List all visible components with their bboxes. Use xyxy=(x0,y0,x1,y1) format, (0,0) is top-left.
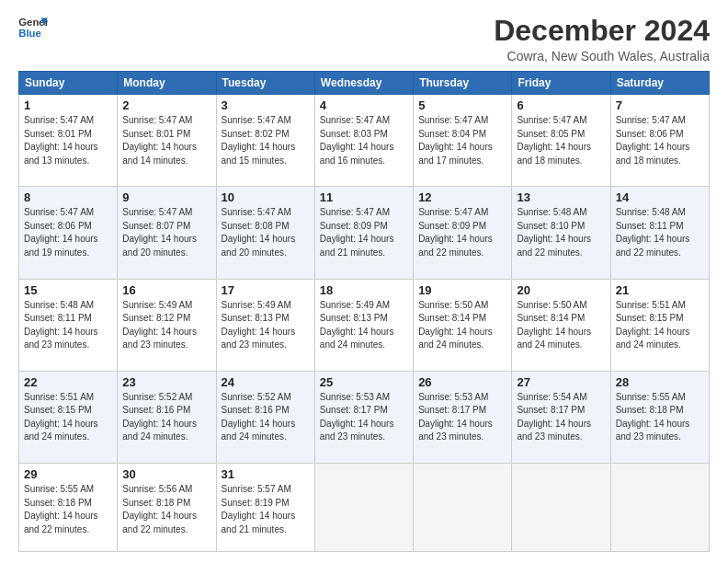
calendar-cell: 25Sunrise: 5:53 AMSunset: 8:17 PMDayligh… xyxy=(314,371,413,463)
day-number: 25 xyxy=(320,375,408,389)
day-info: Sunrise: 5:53 AMSunset: 8:17 PMDaylight:… xyxy=(418,391,506,444)
day-number: 31 xyxy=(222,467,310,481)
calendar-cell: 8Sunrise: 5:47 AMSunset: 8:06 PMDaylight… xyxy=(19,187,118,279)
day-number: 1 xyxy=(24,98,112,112)
col-header-friday: Friday xyxy=(512,72,610,95)
calendar-cell: 28Sunrise: 5:55 AMSunset: 8:18 PMDayligh… xyxy=(610,371,709,463)
day-info: Sunrise: 5:57 AMSunset: 8:19 PMDaylight:… xyxy=(222,483,310,536)
calendar-cell: 13Sunrise: 5:48 AMSunset: 8:10 PMDayligh… xyxy=(512,187,610,279)
day-number: 10 xyxy=(222,190,310,204)
day-number: 23 xyxy=(122,375,210,389)
header: General Blue December 2024 Cowra, New So… xyxy=(18,15,710,63)
day-info: Sunrise: 5:49 AMSunset: 8:13 PMDaylight:… xyxy=(320,299,408,352)
logo: General Blue xyxy=(18,15,48,40)
page: General Blue December 2024 Cowra, New So… xyxy=(0,0,728,563)
day-number: 3 xyxy=(222,98,310,112)
calendar-cell: 27Sunrise: 5:54 AMSunset: 8:17 PMDayligh… xyxy=(512,371,610,463)
day-info: Sunrise: 5:52 AMSunset: 8:16 PMDaylight:… xyxy=(122,391,210,444)
calendar-cell: 11Sunrise: 5:47 AMSunset: 8:09 PMDayligh… xyxy=(314,187,413,279)
calendar-cell: 6Sunrise: 5:47 AMSunset: 8:05 PMDaylight… xyxy=(512,95,610,187)
calendar-table: SundayMondayTuesdayWednesdayThursdayFrid… xyxy=(18,71,710,552)
day-info: Sunrise: 5:49 AMSunset: 8:12 PMDaylight:… xyxy=(122,299,210,352)
day-number: 28 xyxy=(616,375,704,389)
day-info: Sunrise: 5:47 AMSunset: 8:04 PMDaylight:… xyxy=(418,114,506,167)
calendar-cell: 29Sunrise: 5:55 AMSunset: 8:18 PMDayligh… xyxy=(19,464,118,552)
col-header-thursday: Thursday xyxy=(414,72,512,95)
day-info: Sunrise: 5:47 AMSunset: 8:09 PMDaylight:… xyxy=(320,206,408,259)
day-number: 6 xyxy=(517,98,605,112)
day-number: 19 xyxy=(418,283,506,297)
day-info: Sunrise: 5:47 AMSunset: 8:06 PMDaylight:… xyxy=(24,206,112,259)
day-number: 11 xyxy=(320,190,408,204)
calendar-cell: 31Sunrise: 5:57 AMSunset: 8:19 PMDayligh… xyxy=(216,464,314,552)
col-header-wednesday: Wednesday xyxy=(314,72,413,95)
col-header-tuesday: Tuesday xyxy=(216,72,314,95)
calendar-cell: 24Sunrise: 5:52 AMSunset: 8:16 PMDayligh… xyxy=(216,371,314,463)
day-number: 9 xyxy=(122,190,210,204)
calendar-cell: 17Sunrise: 5:49 AMSunset: 8:13 PMDayligh… xyxy=(216,279,314,371)
calendar-cell xyxy=(314,464,413,552)
calendar-cell: 19Sunrise: 5:50 AMSunset: 8:14 PMDayligh… xyxy=(414,279,512,371)
calendar-cell: 10Sunrise: 5:47 AMSunset: 8:08 PMDayligh… xyxy=(216,187,314,279)
day-info: Sunrise: 5:48 AMSunset: 8:10 PMDaylight:… xyxy=(517,206,605,259)
calendar-cell: 4Sunrise: 5:47 AMSunset: 8:03 PMDaylight… xyxy=(314,95,413,187)
day-info: Sunrise: 5:49 AMSunset: 8:13 PMDaylight:… xyxy=(222,299,310,352)
day-info: Sunrise: 5:47 AMSunset: 8:07 PMDaylight:… xyxy=(122,206,210,259)
svg-text:Blue: Blue xyxy=(18,28,41,39)
day-info: Sunrise: 5:47 AMSunset: 8:06 PMDaylight:… xyxy=(616,114,704,167)
day-info: Sunrise: 5:48 AMSunset: 8:11 PMDaylight:… xyxy=(24,299,112,352)
day-number: 26 xyxy=(418,375,506,389)
calendar-cell xyxy=(414,464,512,552)
day-info: Sunrise: 5:47 AMSunset: 8:02 PMDaylight:… xyxy=(222,114,310,167)
day-info: Sunrise: 5:56 AMSunset: 8:18 PMDaylight:… xyxy=(122,483,210,536)
calendar-cell: 20Sunrise: 5:50 AMSunset: 8:14 PMDayligh… xyxy=(512,279,610,371)
day-info: Sunrise: 5:53 AMSunset: 8:17 PMDaylight:… xyxy=(320,391,408,444)
day-info: Sunrise: 5:50 AMSunset: 8:14 PMDaylight:… xyxy=(418,299,506,352)
day-number: 15 xyxy=(24,283,112,297)
day-number: 17 xyxy=(222,283,310,297)
day-number: 5 xyxy=(418,98,506,112)
calendar-cell: 21Sunrise: 5:51 AMSunset: 8:15 PMDayligh… xyxy=(610,279,709,371)
col-header-saturday: Saturday xyxy=(610,72,709,95)
col-header-sunday: Sunday xyxy=(19,72,118,95)
day-number: 24 xyxy=(222,375,310,389)
day-info: Sunrise: 5:47 AMSunset: 8:05 PMDaylight:… xyxy=(517,114,605,167)
calendar-cell: 5Sunrise: 5:47 AMSunset: 8:04 PMDaylight… xyxy=(414,95,512,187)
day-number: 13 xyxy=(517,190,605,204)
day-number: 14 xyxy=(616,190,704,204)
day-info: Sunrise: 5:47 AMSunset: 8:08 PMDaylight:… xyxy=(222,206,310,259)
day-info: Sunrise: 5:48 AMSunset: 8:11 PMDaylight:… xyxy=(616,206,704,259)
day-info: Sunrise: 5:47 AMSunset: 8:03 PMDaylight:… xyxy=(320,114,408,167)
day-number: 29 xyxy=(24,467,112,481)
calendar-cell: 23Sunrise: 5:52 AMSunset: 8:16 PMDayligh… xyxy=(118,371,216,463)
calendar-cell: 3Sunrise: 5:47 AMSunset: 8:02 PMDaylight… xyxy=(216,95,314,187)
day-number: 20 xyxy=(517,283,605,297)
calendar-cell: 7Sunrise: 5:47 AMSunset: 8:06 PMDaylight… xyxy=(610,95,709,187)
day-info: Sunrise: 5:55 AMSunset: 8:18 PMDaylight:… xyxy=(616,391,704,444)
day-info: Sunrise: 5:54 AMSunset: 8:17 PMDaylight:… xyxy=(517,391,605,444)
day-number: 8 xyxy=(24,190,112,204)
day-info: Sunrise: 5:52 AMSunset: 8:16 PMDaylight:… xyxy=(222,391,310,444)
logo-icon: General Blue xyxy=(18,15,48,40)
calendar-cell: 16Sunrise: 5:49 AMSunset: 8:12 PMDayligh… xyxy=(118,279,216,371)
day-info: Sunrise: 5:47 AMSunset: 8:09 PMDaylight:… xyxy=(418,206,506,259)
calendar-cell xyxy=(512,464,610,552)
day-number: 7 xyxy=(616,98,704,112)
day-number: 18 xyxy=(320,283,408,297)
calendar-cell: 14Sunrise: 5:48 AMSunset: 8:11 PMDayligh… xyxy=(610,187,709,279)
main-title: December 2024 xyxy=(494,15,710,47)
calendar-cell: 22Sunrise: 5:51 AMSunset: 8:15 PMDayligh… xyxy=(19,371,118,463)
calendar-cell: 30Sunrise: 5:56 AMSunset: 8:18 PMDayligh… xyxy=(118,464,216,552)
day-number: 4 xyxy=(320,98,408,112)
day-info: Sunrise: 5:47 AMSunset: 8:01 PMDaylight:… xyxy=(122,114,210,167)
calendar-cell: 1Sunrise: 5:47 AMSunset: 8:01 PMDaylight… xyxy=(19,95,118,187)
calendar-cell: 9Sunrise: 5:47 AMSunset: 8:07 PMDaylight… xyxy=(118,187,216,279)
day-info: Sunrise: 5:55 AMSunset: 8:18 PMDaylight:… xyxy=(24,483,112,536)
title-block: December 2024 Cowra, New South Wales, Au… xyxy=(494,15,710,63)
day-number: 16 xyxy=(122,283,210,297)
day-number: 27 xyxy=(517,375,605,389)
day-number: 21 xyxy=(616,283,704,297)
day-info: Sunrise: 5:47 AMSunset: 8:01 PMDaylight:… xyxy=(24,114,112,167)
calendar-cell: 2Sunrise: 5:47 AMSunset: 8:01 PMDaylight… xyxy=(118,95,216,187)
day-info: Sunrise: 5:51 AMSunset: 8:15 PMDaylight:… xyxy=(616,299,704,352)
